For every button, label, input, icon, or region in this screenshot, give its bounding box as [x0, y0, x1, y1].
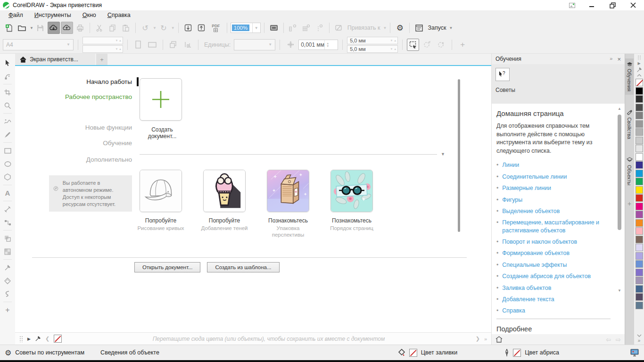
- palette-more-icon[interactable]: »: [638, 338, 641, 343]
- color-swatch[interactable]: [636, 120, 643, 128]
- page-width-spin[interactable]: ▼ ▲: [83, 37, 123, 44]
- help-link[interactable]: Соединительные линии: [502, 173, 567, 181]
- menu-tools[interactable]: Инструменты: [29, 11, 77, 19]
- help-link[interactable]: Справка: [502, 307, 525, 314]
- color-swatch[interactable]: [636, 244, 643, 251]
- connector-tool-icon[interactable]: [2, 217, 13, 228]
- new-document-card[interactable]: [140, 78, 182, 121]
- redo-dropdown-icon[interactable]: ▼: [171, 26, 175, 30]
- restore-icon[interactable]: [608, 1, 617, 9]
- new-tab-plus-icon[interactable]: +: [96, 54, 107, 65]
- cloud-upload-icon[interactable]: [61, 22, 73, 34]
- color-swatch[interactable]: [636, 285, 643, 293]
- hint-tool-button[interactable]: ?: [495, 68, 510, 81]
- help-link[interactable]: Фигуры: [502, 196, 522, 204]
- landscape-icon[interactable]: [146, 39, 158, 51]
- apply-ok-icon[interactable]: [435, 39, 447, 51]
- help-link[interactable]: Выделение объектов: [502, 207, 560, 215]
- duplicate-x-spin[interactable]: 5,0 мм▼ ▲: [347, 37, 398, 44]
- color-swatch[interactable]: [636, 269, 643, 276]
- tutorial-card-page-order[interactable]: Познакомьтесь Порядок страниц: [330, 170, 373, 239]
- options-gear-icon[interactable]: ⚙: [394, 22, 406, 34]
- zoom-level-combo[interactable]: 100% ▼: [231, 23, 261, 33]
- color-swatch[interactable]: [636, 211, 643, 218]
- import-icon[interactable]: [182, 22, 194, 34]
- eyedropper-tool-icon[interactable]: [2, 262, 13, 273]
- nav-new-features[interactable]: Новые функции: [85, 124, 132, 131]
- nav-workspace[interactable]: Рабочее пространство: [65, 93, 132, 100]
- artistic-media-tool-icon[interactable]: [2, 129, 13, 140]
- docker-forward-icon[interactable]: ⇨: [616, 336, 621, 343]
- cloud-download-icon[interactable]: [48, 22, 60, 34]
- close-icon[interactable]: [629, 1, 637, 9]
- color-swatch[interactable]: [636, 170, 643, 177]
- open-document-button[interactable]: Открыть документ...: [134, 262, 200, 272]
- copy-icon[interactable]: [107, 22, 119, 34]
- snap-off-icon[interactable]: [333, 22, 345, 34]
- scroll-down-icon[interactable]: ▼: [618, 288, 621, 293]
- interactive-fill-tool-icon[interactable]: [2, 275, 13, 286]
- page-height-spin[interactable]: ▼ ▲: [83, 45, 123, 53]
- side-tab-learning[interactable]: Обучения: [625, 58, 634, 95]
- print-icon[interactable]: [74, 22, 86, 34]
- portrait-icon[interactable]: [132, 39, 144, 51]
- shape-tool-icon[interactable]: [2, 71, 13, 82]
- menu-file[interactable]: Файл: [3, 11, 29, 19]
- help-link[interactable]: Линии: [502, 161, 519, 169]
- open-document-icon[interactable]: [16, 22, 28, 34]
- zoom-tool-icon[interactable]: [2, 100, 13, 111]
- all-pages-icon[interactable]: [167, 39, 180, 51]
- crop-tool-icon[interactable]: [2, 87, 13, 98]
- color-swatch[interactable]: [636, 145, 643, 152]
- docker-close-icon[interactable]: ×: [617, 56, 621, 63]
- minimize-icon[interactable]: [587, 1, 596, 9]
- duplicate-y-spin[interactable]: 5,0 мм▼ ▲: [347, 45, 398, 53]
- tutorial-card-shadows[interactable]: Попробуйте Добавление теней: [203, 170, 246, 239]
- page-size-select[interactable]: A4 ▼: [3, 39, 74, 50]
- doc-palette-no-color[interactable]: [54, 335, 62, 343]
- show-rulers-icon[interactable]: [287, 22, 299, 34]
- menu-help[interactable]: Справка: [102, 11, 136, 19]
- color-swatch[interactable]: [636, 87, 643, 95]
- smart-fill-tool-icon[interactable]: [2, 288, 13, 299]
- welcome-screen-tab[interactable]: Экран приветств...: [15, 54, 95, 65]
- color-swatch[interactable]: [636, 227, 643, 235]
- color-swatch[interactable]: [636, 153, 643, 161]
- side-tab-properties[interactable]: Свойства: [625, 106, 634, 142]
- object-info-toggle[interactable]: Сведения об объекте: [100, 349, 159, 356]
- no-color-swatch[interactable]: [636, 79, 643, 86]
- tooltips-toggle[interactable]: ⚙ Советы по инструментам: [5, 348, 84, 357]
- status-gear-icon[interactable]: ⚙: [5, 348, 11, 357]
- color-swatch[interactable]: [636, 203, 643, 210]
- help-link[interactable]: Формирование объектов: [502, 249, 570, 257]
- redo-icon[interactable]: ↻: [157, 22, 170, 34]
- export-icon[interactable]: [195, 22, 207, 34]
- add-docker-plus-icon[interactable]: +: [627, 200, 631, 207]
- color-swatch[interactable]: [636, 277, 643, 284]
- nav-getting-started[interactable]: Начало работы: [86, 78, 132, 85]
- nudge-distance-spin[interactable]: 0,001 мм ▲▼: [298, 40, 338, 50]
- expand-recent-icon[interactable]: ▼: [441, 152, 445, 156]
- color-swatch[interactable]: [636, 302, 643, 309]
- help-link[interactable]: Поворот и наклон объектов: [502, 238, 577, 246]
- fullscreen-preview-icon[interactable]: [268, 22, 280, 34]
- customize-plus-icon[interactable]: +: [456, 39, 469, 51]
- docker-home-icon[interactable]: [495, 336, 503, 343]
- nav-more[interactable]: Дополнительно: [86, 156, 132, 163]
- color-swatch[interactable]: [636, 112, 643, 119]
- help-link[interactable]: Специальные эффекты: [502, 261, 567, 269]
- docker-back-icon[interactable]: ⇦: [606, 336, 611, 343]
- scrollbar-thumb[interactable]: [618, 115, 621, 230]
- current-page-icon[interactable]: [182, 39, 194, 51]
- pick-tool-icon[interactable]: [2, 58, 13, 68]
- rectangle-tool-icon[interactable]: [2, 145, 13, 156]
- sign-in-icon[interactable]: [569, 3, 575, 8]
- drop-shadow-tool-icon[interactable]: [2, 233, 13, 244]
- palette-eyedropper-icon[interactable]: [636, 67, 642, 73]
- color-proof-monitor-icon[interactable]: [630, 349, 639, 357]
- docker-collapse-icon[interactable]: »: [610, 56, 612, 63]
- palette-scroll-right-icon[interactable]: ❯: [476, 336, 480, 342]
- color-swatch[interactable]: [636, 194, 643, 202]
- ellipse-tool-icon[interactable]: [2, 158, 13, 169]
- color-swatch[interactable]: [636, 178, 643, 185]
